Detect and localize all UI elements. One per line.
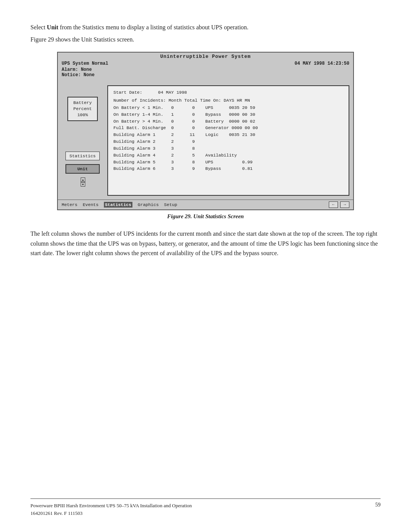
stats-row-8: Building Alarm 5 3 8 UPS 0.99 [113, 159, 343, 166]
notice-line: Notice: None [58, 72, 353, 78]
arrow-right[interactable]: → [340, 201, 349, 208]
stats-row-5: Building Alarm 2 2 9 [113, 138, 343, 145]
stats-row-0: On Battery < 1 Min. 0 0 UPS 0035 20 59 [113, 104, 343, 111]
footer-line2: 164201261 Rev. F 111503 [30, 510, 192, 517]
footer-page: 59 [375, 502, 381, 508]
screen-body: BatteryPercent100% Statistics Unit ▲ ▼ [58, 78, 353, 200]
stats-row-4: Building Alarm 1 2 11 Logic 0035 21 30 [113, 131, 343, 138]
menu-statistics-label: Statistics [69, 153, 96, 158]
nav-setup[interactable]: Setup [164, 202, 177, 207]
scroll-down-button[interactable]: ▼ [81, 182, 85, 187]
incidents-header: Number of Incidents: Month Total Time On… [113, 98, 343, 103]
nav-meters[interactable]: Meters [62, 202, 77, 207]
start-date-value: 04 MAY 1998 [158, 90, 187, 95]
menu-unit-label: Unit [77, 166, 88, 171]
screen-status-bar: UPS System Normal 04 MAY 1998 14:23:50 [58, 60, 353, 67]
scroll-up-button[interactable]: ▲ [81, 177, 85, 182]
scrollbar[interactable]: ▲ ▼ [81, 177, 85, 187]
nav-graphics[interactable]: Graphics [138, 202, 159, 207]
nav-statistics[interactable]: Statistics [104, 202, 132, 208]
stats-panel: Start Date: 04 MAY 1998 Number of Incide… [107, 85, 349, 196]
unit-bold: Unit [47, 24, 58, 30]
left-panel: BatteryPercent100% Statistics Unit ▲ ▼ [62, 85, 104, 196]
alarm-line: Alarm: None [58, 67, 353, 72]
stats-row-9: Building Alarm 6 3 9 Bypass 0.81 [113, 165, 343, 172]
figure-label: Figure 29. Unit Statistics Screen [30, 213, 381, 220]
screen-title: Uninterruptible Power System [58, 53, 353, 60]
menu-statistics[interactable]: Statistics [65, 152, 100, 160]
menu-unit[interactable]: Unit [65, 164, 100, 174]
nav-bar: Meters Events Statistics Graphics Setup … [58, 200, 353, 209]
stats-row-2: On Battery > 4 Min. 0 0 Battery 0000 00 … [113, 118, 343, 125]
date-time: 04 MAY 1998 14:23:50 [295, 61, 349, 66]
footer-left: Powerware BPIII Harsh Environment UPS 50… [30, 502, 192, 517]
intro-text-rest: from the Statistics menu to display a li… [58, 24, 249, 30]
figure-ref-text: Figure 29 shows the Unit Statistics scre… [30, 35, 381, 44]
stats-row-1: On Battery 1-4 Min. 1 0 Bypass 0000 00 3… [113, 111, 343, 118]
start-date-row: Start Date: 04 MAY 1998 [113, 90, 343, 95]
arrow-left[interactable]: ← [329, 201, 338, 208]
intro-paragraph: Select Unit from the Statistics menu to … [30, 23, 381, 32]
nav-events[interactable]: Events [83, 202, 98, 207]
footer-line1: Powerware BPIII Harsh Environment UPS 50… [30, 502, 192, 510]
nav-arrows: ← → [329, 201, 349, 208]
stats-row-3: Full Batt. Discharge 0 0 Generator 0000 … [113, 125, 343, 131]
footer: Powerware BPIII Harsh Environment UPS 50… [30, 498, 381, 517]
ups-status: UPS System Normal [62, 61, 108, 66]
screen-simulation: Uninterruptible Power System UPS System … [57, 52, 354, 210]
stats-data-rows: On Battery < 1 Min. 0 0 UPS 0035 20 59 O… [113, 104, 343, 172]
stats-row-6: Building Alarm 3 3 8 [113, 145, 343, 152]
start-date-label: Start Date: [113, 90, 142, 95]
stats-row-7: Building Alarm 4 2 5 Availability [113, 152, 343, 159]
page: Select Unit from the Statistics menu to … [0, 0, 411, 296]
battery-box: BatteryPercent100% [67, 97, 98, 121]
body-text: The left column shows the number of UPS … [30, 229, 381, 258]
